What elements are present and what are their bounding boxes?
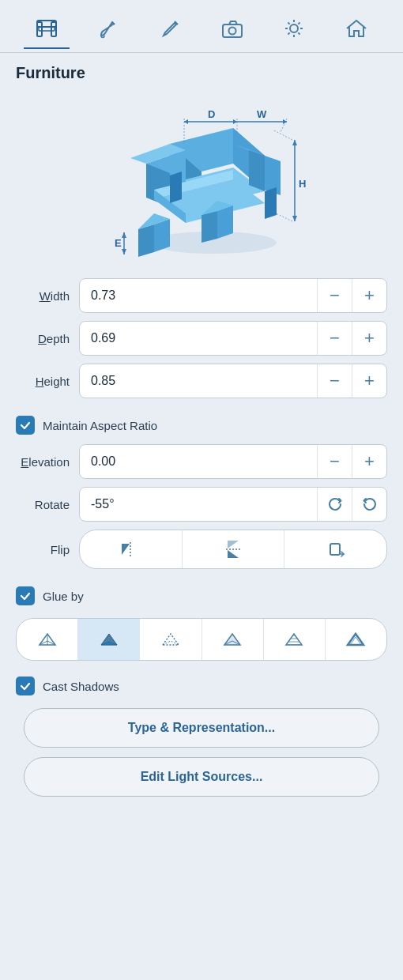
depth-control: 0.69 − + (79, 321, 387, 356)
svg-marker-25 (292, 216, 297, 221)
style-wireframe-button[interactable] (17, 618, 78, 661)
glue-checkmark-icon (19, 590, 32, 602)
nav-btn-house[interactable] (333, 9, 379, 48)
nav-btn-furniture[interactable] (24, 8, 70, 49)
style-solid-button[interactable] (78, 618, 140, 661)
brush-icon (95, 15, 122, 42)
style-glass-button[interactable] (202, 618, 264, 661)
svg-marker-21 (283, 119, 287, 124)
svg-point-5 (229, 28, 236, 35)
rotate-ccw-icon (361, 496, 379, 513)
svg-marker-38 (228, 541, 239, 548)
elevation-increase-button[interactable]: + (352, 444, 386, 479)
svg-text:H: H (299, 178, 306, 190)
solid-icon (97, 628, 121, 651)
svg-rect-4 (223, 24, 242, 37)
outline-icon (344, 628, 367, 651)
rotate-label: Rotate (16, 498, 79, 511)
nav-btn-brush[interactable] (85, 9, 131, 48)
flip-label: Flip (16, 543, 79, 556)
glass-icon (220, 628, 244, 651)
width-decrease-button[interactable]: − (317, 278, 352, 313)
flip-horizontal-button[interactable] (80, 530, 183, 569)
wireframe-icon (36, 628, 59, 651)
nav-btn-camera[interactable] (209, 9, 255, 48)
flip-rotate-button[interactable] (284, 530, 386, 569)
rotate-control: -55° (79, 487, 387, 522)
elevation-field-row: Elevation 0.00 − + (16, 444, 387, 479)
rotate-ccw-button[interactable] (352, 487, 386, 522)
flip-row: Flip (16, 530, 387, 569)
width-increase-button[interactable]: + (352, 278, 386, 313)
svg-marker-24 (292, 140, 297, 145)
type-representation-button[interactable]: Type & Representation... (24, 708, 379, 748)
chair-diagram: D W H E (75, 96, 328, 262)
maintain-aspect-ratio-label: Maintain Aspect Ratio (43, 419, 157, 432)
width-label: Width (16, 289, 79, 303)
rotate-value[interactable]: -55° (80, 497, 317, 511)
house-icon (343, 15, 370, 42)
svg-marker-28 (122, 232, 126, 238)
style-dotted-button[interactable] (140, 618, 202, 661)
top-navigation (0, 0, 403, 49)
furniture-illustration: D W H E (0, 89, 403, 278)
height-field-row: Height 0.85 − + (16, 364, 387, 398)
elevation-value[interactable]: 0.00 (80, 454, 317, 469)
object-style-row (16, 618, 387, 661)
svg-line-14 (299, 23, 300, 24)
svg-line-35 (271, 211, 292, 221)
rotate-cw-button[interactable] (317, 487, 352, 522)
flip-horizontal-icon (119, 537, 142, 561)
flip-vertical-icon (221, 537, 245, 561)
depth-value[interactable]: 0.69 (80, 331, 317, 345)
svg-line-13 (288, 32, 290, 34)
depth-increase-button[interactable]: + (352, 321, 386, 356)
width-field-row: Width 0.73 − + (16, 278, 387, 313)
glue-by-row: Glue by (0, 577, 403, 615)
cast-shadows-row: Cast Shadows (0, 670, 403, 708)
flip-buttons (79, 530, 387, 569)
style-hatched-button[interactable] (264, 618, 326, 661)
checkmark-icon (19, 419, 32, 432)
height-decrease-button[interactable]: − (317, 364, 352, 398)
edit-light-sources-button[interactable]: Edit Light Sources... (24, 757, 379, 797)
rotate-cw-icon (326, 496, 344, 513)
width-control: 0.73 − + (79, 278, 387, 313)
cast-shadows-checkbox[interactable] (16, 677, 35, 695)
cast-shadows-label: Cast Shadows (43, 680, 119, 693)
page-title: Furniture (0, 53, 403, 89)
nav-btn-sun[interactable] (271, 9, 317, 48)
svg-line-11 (288, 23, 290, 24)
maintain-aspect-ratio-checkbox[interactable] (16, 416, 35, 435)
svg-text:W: W (257, 108, 267, 120)
glue-by-label: Glue by (43, 590, 84, 603)
style-outline-button[interactable] (326, 618, 386, 661)
sun-icon (281, 15, 307, 42)
width-value[interactable]: 0.73 (80, 288, 317, 303)
rotate-field-row: Rotate -55° (16, 487, 387, 522)
maintain-aspect-ratio-row: Maintain Aspect Ratio (0, 406, 403, 444)
svg-rect-41 (330, 544, 340, 555)
nav-btn-pencil[interactable] (148, 9, 194, 48)
dotted-icon (159, 628, 183, 651)
svg-point-6 (290, 24, 298, 32)
pencil-icon (157, 15, 184, 42)
depth-label: Depth (16, 332, 79, 345)
elevation-decrease-button[interactable]: − (317, 444, 352, 479)
flip-rotate-icon (324, 537, 348, 561)
elevation-label: Elevation (16, 455, 79, 469)
furniture-icon (33, 14, 60, 41)
cast-shadows-checkmark-icon (19, 680, 32, 692)
svg-text:E: E (115, 237, 122, 249)
flip-vertical-button[interactable] (183, 530, 285, 569)
depth-decrease-button[interactable]: − (317, 321, 352, 356)
svg-marker-29 (122, 249, 126, 254)
depth-field-row: Depth 0.69 − + (16, 321, 387, 356)
height-value[interactable]: 0.85 (80, 374, 317, 388)
elevation-control: 0.00 − + (79, 444, 387, 479)
height-label: Height (16, 375, 79, 388)
height-increase-button[interactable]: + (352, 364, 386, 398)
svg-line-34 (273, 130, 292, 140)
svg-marker-36 (122, 544, 130, 555)
glue-by-checkbox[interactable] (16, 586, 35, 605)
